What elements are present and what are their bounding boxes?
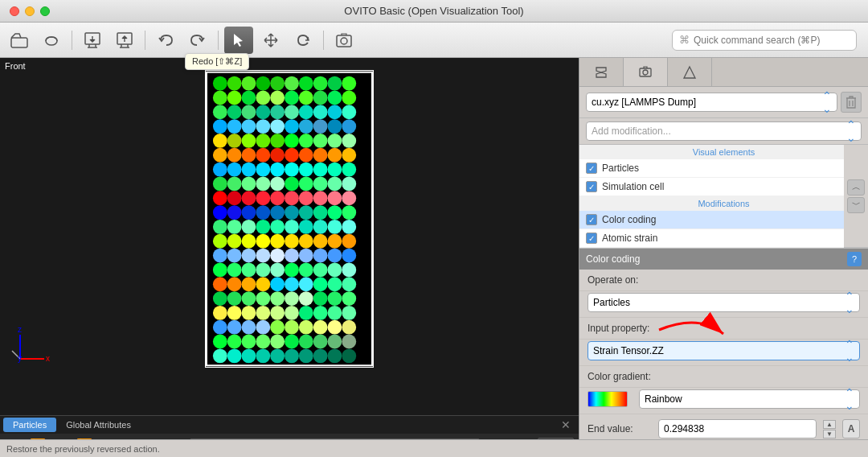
svg-point-69 [227, 163, 242, 177]
input-property-row: Input property: [579, 318, 868, 340]
input-property-control-row: Strain Tensor.ZZ ⌃⌄ [579, 340, 868, 366]
svg-point-186 [328, 320, 342, 335]
svg-point-70 [242, 163, 256, 177]
reset-button[interactable] [289, 27, 317, 54]
svg-point-124 [299, 234, 313, 249]
svg-point-99 [227, 205, 242, 220]
svg-point-150 [242, 277, 256, 291]
import-button[interactable] [78, 27, 107, 54]
pipeline-tab[interactable] [579, 58, 624, 86]
svg-point-166 [328, 291, 342, 306]
atomic-strain-item[interactable]: ✓ Atomic strain [579, 229, 868, 248]
svg-point-51 [256, 134, 270, 148]
svg-point-83 [285, 177, 299, 191]
input-property-selector[interactable]: Strain Tensor.ZZ ⌃⌄ [588, 341, 860, 360]
add-mod-arrow: ⌃⌄ [846, 118, 856, 144]
svg-point-117 [342, 220, 356, 234]
separator-2 [145, 31, 145, 50]
color-coding-item[interactable]: ✓ Color coding [579, 211, 868, 229]
svg-point-133 [285, 249, 299, 263]
svg-point-164 [299, 291, 313, 306]
operate-on-row: Operate on: [579, 270, 868, 291]
svg-point-138 [213, 262, 227, 277]
viewport-close-button[interactable]: ✕ [556, 418, 575, 431]
viewport-label: Front [5, 61, 26, 71]
atomic-strain-checkbox[interactable]: ✓ [586, 233, 597, 244]
svg-point-192 [270, 335, 285, 349]
status-text: Restore the previously reversed action. [6, 444, 160, 454]
svg-point-114 [299, 220, 313, 234]
pipeline-selector[interactable]: cu.xyz [LAMMPS Dump] ⌃⌄ [586, 93, 837, 112]
particles-item[interactable]: ✓ Particles [579, 159, 868, 178]
separator-3 [218, 31, 219, 50]
svg-point-145 [313, 262, 328, 277]
svg-text:x: x [46, 354, 50, 363]
overlay-tab[interactable] [668, 58, 712, 86]
color-gradient-selector[interactable]: Rainbow ⌃⌄ [639, 389, 860, 409]
properties-panel: Color coding ? Operate on: Particles ⌃⌄ … [579, 249, 868, 457]
export-button[interactable] [110, 27, 139, 54]
move-tool-button[interactable] [256, 27, 285, 54]
svg-point-185 [313, 320, 328, 335]
screenshot-button[interactable] [330, 27, 358, 54]
cloud-button[interactable] [37, 27, 66, 54]
minimize-button[interactable] [25, 6, 35, 16]
svg-point-143 [285, 262, 299, 277]
search-icon: ⌘ [679, 34, 690, 46]
svg-point-103 [285, 205, 299, 220]
pipeline-selector-arrow: ⌃⌄ [822, 89, 832, 115]
properties-title-bar: Color coding ? [579, 249, 868, 270]
close-button[interactable] [10, 6, 19, 16]
svg-point-118 [213, 234, 227, 249]
color-gradient-row: Color gradient: [579, 366, 868, 388]
scroll-down-button[interactable]: ﹀ [847, 197, 865, 213]
render-tab[interactable] [624, 58, 668, 86]
simulation-cell-checkbox[interactable]: ✓ [586, 181, 597, 192]
delete-pipeline-button[interactable] [841, 92, 862, 113]
svg-point-78 [213, 177, 227, 191]
svg-point-62 [270, 148, 285, 163]
gradient-arrow: ⌃⌄ [845, 386, 854, 412]
svg-point-109 [227, 220, 242, 234]
undo-button[interactable] [151, 27, 180, 54]
svg-point-167 [342, 291, 356, 306]
auto-value-button[interactable]: A [842, 419, 860, 438]
search-box[interactable]: ⌘ [672, 30, 857, 51]
help-button[interactable]: ? [847, 252, 862, 266]
maximize-button[interactable] [40, 6, 50, 16]
open-file-button[interactable] [5, 27, 34, 54]
operate-on-selector[interactable]: Particles ⌃⌄ [588, 293, 860, 312]
color-coding-checkbox[interactable]: ✓ [586, 214, 597, 225]
tab-particles[interactable]: Particles [3, 418, 56, 432]
redo-button[interactable] [183, 27, 212, 54]
viewport-canvas[interactable]: // This won't run inside SVG, so we manu… [0, 58, 579, 415]
svg-point-174 [299, 306, 313, 320]
svg-point-46 [328, 119, 342, 134]
svg-point-155 [313, 277, 328, 291]
svg-point-12 [270, 76, 285, 91]
svg-point-127 [342, 234, 356, 249]
svg-point-90 [242, 191, 256, 205]
svg-text:z: z [18, 325, 22, 334]
search-input[interactable] [694, 35, 850, 46]
end-value-field[interactable]: 0.294838 [658, 419, 817, 438]
svg-point-15 [313, 76, 328, 91]
svg-point-128 [213, 249, 227, 263]
svg-point-34 [299, 105, 313, 119]
scroll-up-button[interactable]: ︿ [847, 179, 865, 196]
svg-point-111 [256, 220, 270, 234]
tab-global-attributes[interactable]: Global Attributes [56, 418, 141, 432]
cursor-tool-button[interactable] [224, 27, 253, 54]
end-value-decrement[interactable]: ▼ [823, 430, 836, 438]
svg-point-198 [213, 348, 227, 363]
particles-checkbox[interactable]: ✓ [586, 163, 597, 174]
add-modification-selector[interactable]: Add modification... ⌃⌄ [586, 121, 862, 141]
svg-point-27 [342, 91, 356, 105]
svg-point-36 [328, 105, 342, 119]
simulation-cell-item[interactable]: ✓ Simulation cell [579, 178, 868, 196]
svg-point-108 [213, 220, 227, 234]
end-value-increment[interactable]: ▲ [823, 420, 836, 429]
redo-tooltip: Redo [⇧⌘Z] [185, 53, 249, 70]
right-panel: cu.xyz [LAMMPS Dump] ⌃⌄ Add modification… [579, 58, 868, 457]
svg-point-65 [313, 148, 328, 163]
